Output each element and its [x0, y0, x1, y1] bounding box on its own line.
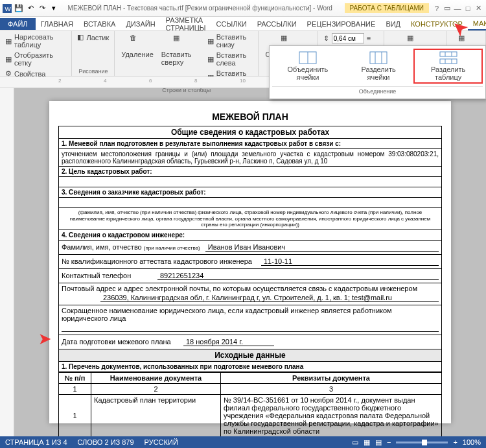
- grid-icon: ▦: [5, 37, 12, 45]
- doc-s3-blank: [58, 198, 442, 208]
- eraser-button[interactable]: ◧Ластик: [76, 32, 110, 42]
- svg-rect-7: [440, 52, 457, 56]
- grid-icon: ▦: [5, 55, 12, 64]
- save-icon[interactable]: 💾: [14, 4, 23, 13]
- quick-access-toolbar: W 💾 ↶ ↷ ▾: [3, 4, 58, 13]
- doc-cert-row: № квалификационного аттестата кадастрово…: [58, 255, 442, 269]
- merge-cells-icon: [299, 51, 317, 64]
- ribbon-collapse-icon[interactable]: ▭: [442, 3, 452, 14]
- doc-s1-text: уточнением местоположения границы и (или…: [58, 149, 442, 167]
- doc-s2-1: 1. Перечень документов, использованных п…: [58, 362, 442, 372]
- doc-subtitle: Общие сведения о кадастровых работах: [58, 126, 442, 139]
- tab-file[interactable]: ФАЙЛ: [0, 18, 36, 30]
- doc-section2: Исходные данные: [58, 349, 442, 362]
- show-grid-button[interactable]: ▦Отобразить сетку: [4, 51, 67, 67]
- tab-design[interactable]: ДИЗАЙН: [121, 18, 160, 30]
- distribute-rows-icon[interactable]: ≡: [367, 34, 371, 42]
- insert-above-icon: ▦: [173, 34, 189, 49]
- height-input[interactable]: [332, 33, 364, 43]
- tab-insert[interactable]: ВСТАВКА: [78, 18, 121, 30]
- annotation-arrow-section: ➤: [39, 331, 51, 348]
- zoom-slider[interactable]: [396, 442, 448, 443]
- table-header-row: № п/п Наименование документа Реквизиты д…: [59, 372, 442, 383]
- doc-date-row: Дата подготовки межевого плана 18 ноября…: [58, 335, 442, 349]
- svg-rect-4: [370, 52, 387, 64]
- title-bar: W 💾 ↶ ↷ ▾ МЕЖЕВОЙ ПЛАН - Текстовая часть…: [0, 0, 486, 17]
- split-cells-button[interactable]: Разделить ячейки: [346, 49, 411, 84]
- status-words[interactable]: СЛОВО 2 ИЗ 879: [78, 438, 134, 446]
- svg-rect-8: [440, 59, 457, 64]
- height-icon: ⇕: [323, 34, 329, 43]
- doc-s2: 2. Цель кадастровых работ:: [58, 167, 442, 177]
- draw-table-button[interactable]: ▦Нарисовать таблицу: [4, 32, 67, 49]
- doc-org-row: Сокращенное наименование юридического ли…: [58, 305, 442, 335]
- merge-cells-button[interactable]: Объединить ячейки: [272, 49, 343, 84]
- merge-dropdown-panel: Объединить ячейки Разделить ячейки Разде…: [269, 45, 486, 99]
- group-draw: ◧Ластик Рисование: [72, 31, 115, 76]
- qat-dropdown-icon[interactable]: ▾: [49, 4, 58, 13]
- table-num-row: 1 2 3: [59, 383, 442, 394]
- document-scroll[interactable]: МЕЖЕВОЙ ПЛАН Общие сведения о кадастровы…: [14, 88, 486, 436]
- context-tab-label: РАБОТА С ТАБЛИЦАМИ: [345, 3, 429, 13]
- doc-s3-note: (фамилия, имя, отчество (при наличии отч…: [58, 208, 442, 230]
- group-label-draw: Рисование: [76, 68, 110, 75]
- insert-left-button[interactable]: ▦Вставить слева: [206, 51, 255, 67]
- zoom-level[interactable]: 100%: [463, 438, 481, 446]
- doc-addr-row: Почтовый адрес и адрес электронной почты…: [58, 283, 442, 305]
- status-page[interactable]: СТРАНИЦА 1 ИЗ 4: [5, 438, 67, 446]
- row-icon: ▦: [207, 37, 214, 45]
- tab-home[interactable]: ГЛАВНАЯ: [36, 18, 78, 30]
- view-web-icon[interactable]: ▤: [375, 438, 382, 447]
- delete-icon: 🗑: [130, 34, 145, 49]
- ribbon-tabs: ФАЙЛ ГЛАВНАЯ ВСТАВКА ДИЗАЙН РАЗМЕТКА СТР…: [0, 17, 486, 31]
- status-language[interactable]: РУССКИЙ: [145, 438, 178, 446]
- vertical-ruler[interactable]: [0, 88, 14, 436]
- split-table-icon: [439, 51, 457, 64]
- doc-s2-blank: [58, 177, 442, 187]
- insert-below-button[interactable]: ▦Вставить снизу: [206, 32, 255, 49]
- tab-page-layout[interactable]: РАЗМЕТКА СТРАНИЦЫ: [161, 14, 211, 34]
- split-cells-icon: [369, 51, 388, 64]
- group-rows-cols: 🗑Удаление ▦Вставить сверху ▦Вставить сни…: [115, 31, 259, 76]
- status-bar: СТРАНИЦА 1 ИЗ 4 СЛОВО 2 ИЗ 879 РУССКИЙ ▭…: [0, 436, 486, 448]
- tab-references[interactable]: ССЫЛКИ: [211, 18, 252, 30]
- doc-table: № п/п Наименование документа Реквизиты д…: [58, 372, 442, 436]
- doc-s3: 3. Сведения о заказчике кадастровых рабо…: [58, 187, 442, 198]
- close-icon[interactable]: ✕: [473, 3, 483, 14]
- eraser-icon: ◧: [77, 33, 84, 41]
- zoom-thumb[interactable]: [422, 440, 427, 445]
- doc-s4: 4. Сведения о кадастровом инженере:: [58, 230, 442, 241]
- help-icon[interactable]: ?: [432, 3, 442, 14]
- tab-mailings[interactable]: РАССЫЛКИ: [252, 18, 302, 30]
- maximize-icon[interactable]: □: [463, 3, 473, 14]
- doc-s1: 1. Межевой план подготовлен в результате…: [58, 139, 442, 149]
- table-row: 1 Кадастровый план территории № 39/14-ВС…: [59, 394, 442, 436]
- view-read-icon[interactable]: ▭: [352, 438, 358, 447]
- window-title: МЕЖЕВОЙ ПЛАН - Текстовая часть.rtf [Режи…: [58, 5, 342, 12]
- redo-icon[interactable]: ↷: [38, 4, 47, 13]
- col-icon: ▦: [207, 55, 214, 64]
- split-table-button[interactable]: Разделить таблицу: [413, 49, 483, 84]
- dropdown-group-label: Объединение: [272, 86, 483, 96]
- svg-text:W: W: [5, 5, 12, 12]
- doc-title: МЕЖЕВОЙ ПЛАН: [58, 112, 442, 122]
- document-area: МЕЖЕВОЙ ПЛАН Общие сведения о кадастровы…: [0, 88, 486, 436]
- document-page[interactable]: МЕЖЕВОЙ ПЛАН Общие сведения о кадастровы…: [49, 101, 451, 423]
- view-print-icon[interactable]: ▦: [364, 438, 370, 447]
- doc-phone-row: Контактный телефон 89212651234: [58, 269, 442, 283]
- tab-review[interactable]: РЕЦЕНЗИРОВАНИЕ: [302, 18, 381, 30]
- word-icon: W: [3, 4, 12, 13]
- minimize-icon[interactable]: —: [452, 3, 463, 14]
- tab-table-layout[interactable]: МАКЕТ: [468, 18, 486, 30]
- row-height-field[interactable]: ⇕≡: [322, 32, 380, 44]
- doc-fio-row: Фамилия, имя, отчество (при наличии отче…: [58, 241, 442, 255]
- zoom-in-icon[interactable]: +: [453, 438, 457, 446]
- tab-view[interactable]: ВИД: [380, 18, 406, 30]
- zoom-out-icon[interactable]: −: [387, 438, 391, 446]
- undo-icon[interactable]: ↶: [26, 4, 35, 13]
- group-table: ▦Нарисовать таблицу ▦Отобразить сетку ⚙С…: [0, 31, 72, 76]
